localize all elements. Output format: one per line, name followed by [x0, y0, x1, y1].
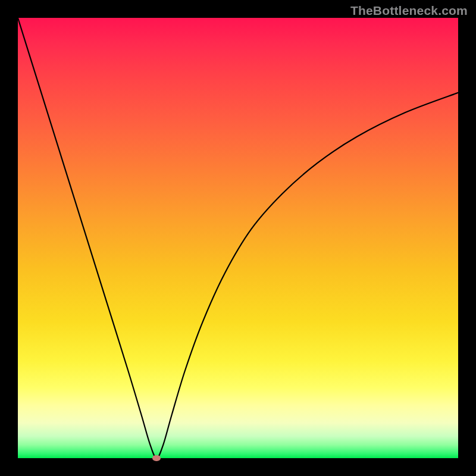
bottleneck-curve [18, 18, 458, 458]
chart-curve-layer [18, 18, 458, 458]
chart-frame: TheBottleneck.com [0, 0, 476, 476]
plot-area [18, 18, 458, 458]
watermark-text: TheBottleneck.com [350, 4, 468, 18]
minimum-marker [152, 455, 161, 461]
